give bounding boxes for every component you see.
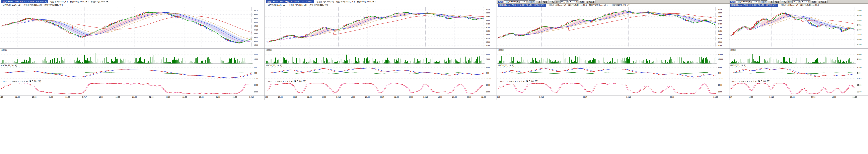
- stochastics-label: スロー・ストキャスティクス( 14, 5, 80, 20 ): [1, 80, 41, 83]
- time-axis-label: 12:00: [480, 96, 487, 98]
- volume-tick-label: 2,000: [486, 58, 490, 60]
- time-axis-label: 20:00: [407, 96, 414, 98]
- legend-item: 移動平均(Close, 18 ): [288, 3, 307, 7]
- price-chart-section: 9,9009,8509,8009,7509,7009,6509,6009,550: [730, 7, 868, 49]
- interval-button-4[interactable]: 月足: [549, 0, 555, 3]
- macd-label: MACD( 12, 26, 9 ): [266, 64, 282, 67]
- contract-select[interactable]: 12/06: [751, 0, 760, 3]
- interval-button-2[interactable]: 日足: [768, 0, 774, 3]
- bars-select[interactable]: 500本: [801, 0, 810, 3]
- time-axis-label: 12:00: [393, 96, 400, 98]
- stoch-tick-label: 20.00: [857, 91, 862, 93]
- time-axis-label: 04/20: [851, 96, 858, 98]
- apply-button[interactable]: 更新: [811, 0, 817, 3]
- chart-canvas: 10.000.00-10.00: [730, 64, 868, 80]
- period-select[interactable]: 30分: [793, 0, 800, 3]
- time-axis-label: 16:00: [831, 96, 837, 98]
- bars-select[interactable]: 500本: [569, 0, 578, 3]
- macd-tick-label: 0.00: [486, 72, 489, 74]
- price-tick-label: 9,850: [718, 16, 722, 18]
- time-axis-label: 21:00: [215, 96, 221, 98]
- price-tick-label: 9,900: [718, 12, 722, 14]
- time-axis: 04/1716:0004/1816:0004/1916:0004/20: [730, 95, 868, 100]
- price-tick-label: 9,800: [718, 19, 722, 21]
- macd-tick-label: 0.00: [254, 72, 257, 74]
- chart-canvas: 3,0001,500: [730, 49, 868, 64]
- stoch-tick-label: 80.00: [254, 84, 258, 86]
- time-axis-label: 12:00: [181, 96, 188, 98]
- interval-button-1[interactable]: 日中: [529, 0, 535, 3]
- time-axis-label: 21:00: [48, 96, 54, 98]
- legend-item: 移動平均(Close, 40 ): [44, 3, 63, 7]
- price-tick-label: 9,950: [718, 8, 722, 10]
- volume-tick-label: 1,000: [254, 58, 258, 60]
- stochastics-label: スロー・ストキャスティクス( 14, 5, 80, 20 ): [266, 80, 306, 83]
- chart-canvas: 4,0002,000: [265, 49, 497, 64]
- macd-section: MACD( 12, 26, 9 )25.000.00-25.00: [265, 64, 497, 80]
- chart-title: 日経225mini 12/06( 5分, 2012/04/16 - 2012/0…: [1, 0, 48, 3]
- legend-row: 日経225mini 12/06( 60分, 2012/04/13 - 2012/…: [497, 4, 728, 7]
- price-tick-label: 9,680: [254, 33, 258, 35]
- apply-button[interactable]: 更新: [579, 0, 585, 3]
- volume-label: 出来高: [266, 49, 272, 52]
- legend-item: 一目均衡表( 9, 26, 52 ): [266, 3, 286, 7]
- legend-row: 日経225mini 12/06( 30分, 2012/04/16 - 2012/…: [730, 4, 868, 7]
- indicator-settings-button[interactable]: 指標設定: [585, 0, 595, 3]
- time-axis-label: 12:00: [98, 96, 104, 98]
- volume-tick-label: 3,000: [857, 54, 862, 56]
- stochastics-label: スロー・ストキャスティクス( 14, 5, 80, 20 ): [498, 80, 538, 83]
- chart-canvas: 2,0001,000: [0, 49, 265, 64]
- chart-window-4: 先物日経225mini12/06日中日足週足月足期間30分500本更新指標設定日…: [729, 0, 868, 100]
- price-chart-section: 9,9509,9009,8509,8009,7509,7009,6509,600…: [265, 7, 497, 49]
- volume-section: 出来高20,00010,000: [497, 48, 728, 64]
- interval-button-3[interactable]: 週足: [542, 0, 548, 3]
- time-axis-label: 12:00: [14, 96, 21, 98]
- stoch-tick-label: 20.00: [254, 91, 258, 93]
- stoch-tick-label: 80.00: [718, 84, 722, 86]
- volume-section: 出来高4,0002,000: [265, 48, 497, 64]
- chart-canvas: 5.000.00-5.00: [0, 64, 265, 80]
- chart-canvas: 20,00010,000: [497, 49, 728, 64]
- legend-item: 移動平均(Close, 25 ): [336, 0, 355, 3]
- time-axis-label: 12:00: [349, 96, 356, 98]
- interval-button-3[interactable]: 週足: [774, 0, 780, 3]
- price-tick-label: 9,750: [857, 24, 862, 26]
- time-axis-label: 04/16: [538, 96, 545, 98]
- macd-label: MACD( 12, 26, 9 ): [730, 64, 746, 67]
- chart-toolbar: 先物日経225mini12/06日中日足週足月足期間30分500本更新指標設定: [730, 0, 868, 4]
- macd-tick-label: 0.00: [857, 72, 861, 74]
- interval-button-4[interactable]: 月足: [781, 0, 787, 3]
- volume-tick-label: 10,000: [718, 58, 723, 60]
- legend-item: 移動平均(Close, 75 ): [589, 4, 608, 7]
- interval-button-1[interactable]: 日中: [761, 0, 767, 3]
- legend-item: 移動平均(Close, 25 ): [568, 4, 587, 7]
- volume-label: 出来高: [498, 49, 504, 52]
- time-axis-label: 04/19: [248, 96, 255, 98]
- time-axis-label: 16:00: [789, 96, 796, 98]
- time-axis-label: 04/13: [497, 96, 501, 98]
- price-tick-label: 9,900: [486, 12, 490, 14]
- time-axis-label: 04/17: [729, 96, 734, 98]
- price-tick-label: 9,500: [718, 41, 722, 43]
- symbol-select[interactable]: 日経225mini: [736, 0, 751, 3]
- contract-select[interactable]: 12/06: [520, 0, 528, 3]
- chart-title: 日経225mini 12/06( 30分, 2012/04/16 - 2012/…: [730, 4, 778, 7]
- period-label: 期間: [555, 0, 560, 3]
- time-axis-label: 04/17: [379, 96, 385, 98]
- price-tick-label: 9,920: [254, 10, 258, 12]
- chart-canvas: 9,9009,8509,8009,7509,7009,6509,6009,550: [730, 7, 868, 49]
- interval-button-2[interactable]: 日足: [535, 0, 541, 3]
- price-tick-label: 9,640: [254, 36, 258, 38]
- symbol-select[interactable]: 日経225mini: [504, 0, 519, 3]
- chart-canvas: 25.000.00-25.00: [265, 64, 497, 80]
- time-axis-label: 04/20: [712, 96, 719, 98]
- price-chart-section: 9,9209,8809,8409,8009,7609,7209,6809,640…: [0, 7, 265, 49]
- period-select[interactable]: 60分: [560, 0, 568, 3]
- time-axis-label: 16:30: [31, 96, 38, 98]
- time-axis-label: 21:00: [131, 96, 138, 98]
- time-axis-label: 16:00: [747, 96, 754, 98]
- time-axis-label: 16:30: [114, 96, 121, 98]
- time-axis-label: 04/18: [625, 96, 632, 98]
- time-axis: 04/1612:0016:3021:0001:0004/1712:0016:30…: [0, 95, 265, 100]
- indicator-settings-button[interactable]: 指標設定: [817, 0, 828, 3]
